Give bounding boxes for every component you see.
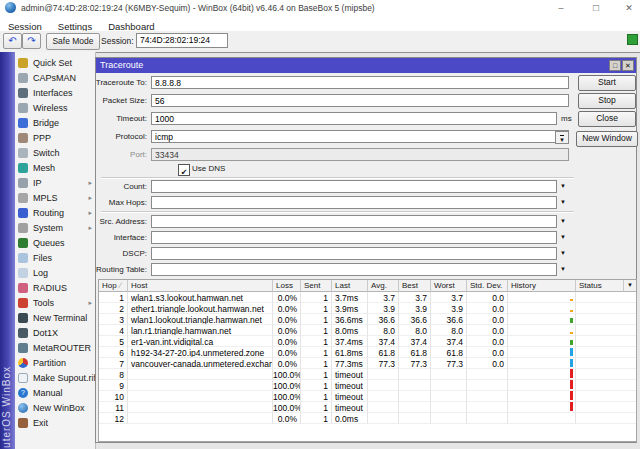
cell-avg[interactable] bbox=[368, 369, 399, 380]
undo-icon[interactable] bbox=[3, 33, 22, 49]
cell-hop[interactable]: 8 bbox=[99, 369, 128, 380]
cell-loss[interactable]: 0.0% bbox=[273, 358, 301, 369]
interface-dropdown-icon[interactable] bbox=[560, 234, 570, 240]
column-filter-dropdown-icon[interactable] bbox=[623, 280, 636, 292]
cell-stddev[interactable]: 0.0 bbox=[467, 314, 508, 325]
cell-avg[interactable] bbox=[368, 413, 399, 424]
safe-mode-button[interactable]: Safe Mode bbox=[46, 33, 100, 50]
cell-status[interactable] bbox=[576, 314, 637, 325]
cell-worst[interactable]: 3.7 bbox=[431, 292, 467, 303]
cell-last[interactable]: timeout bbox=[332, 380, 368, 391]
cell-stddev[interactable]: 0.0 bbox=[467, 303, 508, 314]
maximize-icon[interactable] bbox=[585, 2, 607, 14]
column-header-best[interactable]: Best bbox=[399, 280, 431, 292]
cell-status[interactable] bbox=[576, 402, 637, 413]
sidebar-item-new-winbox[interactable]: New WinBox bbox=[15, 401, 95, 416]
minimize-icon[interactable] bbox=[550, 2, 572, 14]
cell-sent[interactable]: 1 bbox=[301, 413, 332, 424]
traceroute-maximize-icon[interactable] bbox=[609, 60, 621, 71]
cell-status[interactable] bbox=[576, 303, 637, 314]
cell-status[interactable] bbox=[576, 325, 637, 336]
cell-status[interactable] bbox=[576, 391, 637, 402]
cell-worst[interactable]: 61.8 bbox=[431, 347, 467, 358]
cell-history[interactable] bbox=[508, 358, 576, 369]
cell-avg[interactable]: 3.9 bbox=[368, 303, 399, 314]
sidebar-item-bridge[interactable]: Bridge bbox=[15, 116, 95, 131]
column-header-hop[interactable]: Hop bbox=[99, 280, 128, 292]
cell-host[interactable]: lan.r1.triangle.hamwan.net bbox=[128, 325, 273, 336]
cell-history[interactable] bbox=[508, 347, 576, 358]
cell-last[interactable]: 8.0ms bbox=[332, 325, 368, 336]
cell-loss[interactable]: 0.0% bbox=[273, 413, 301, 424]
use-dns-checkbox[interactable] bbox=[178, 164, 190, 176]
cell-history[interactable] bbox=[508, 413, 576, 424]
cell-last[interactable]: timeout bbox=[332, 369, 368, 380]
cell-last[interactable]: 61.8ms bbox=[332, 347, 368, 358]
column-header-stddev[interactable]: Std. Dev. bbox=[467, 280, 508, 292]
cell-avg[interactable]: 37.4 bbox=[368, 336, 399, 347]
cell-sent[interactable]: 1 bbox=[301, 391, 332, 402]
column-header-worst[interactable]: Worst bbox=[431, 280, 467, 292]
src-address-input[interactable] bbox=[151, 215, 557, 228]
cell-avg[interactable]: 36.6 bbox=[368, 314, 399, 325]
cell-stddev[interactable] bbox=[467, 402, 508, 413]
cell-loss[interactable]: 100.0% bbox=[273, 380, 301, 391]
sidebar-item-metarouter[interactable]: MetaROUTER bbox=[15, 341, 95, 356]
cell-stddev[interactable] bbox=[467, 413, 508, 424]
count-input[interactable] bbox=[151, 180, 557, 193]
traceroute-close-icon[interactable] bbox=[622, 60, 634, 71]
sidebar-item-exit[interactable]: Exit bbox=[15, 416, 95, 431]
cell-hop[interactable]: 12 bbox=[99, 413, 128, 424]
column-header-loss[interactable]: Loss bbox=[273, 280, 301, 292]
cell-host[interactable] bbox=[128, 402, 273, 413]
cell-last[interactable]: timeout bbox=[332, 402, 368, 413]
cell-history[interactable] bbox=[508, 391, 576, 402]
cell-status[interactable] bbox=[576, 380, 637, 391]
cell-sent[interactable]: 1 bbox=[301, 336, 332, 347]
cell-status[interactable] bbox=[576, 358, 637, 369]
cell-stddev[interactable] bbox=[467, 380, 508, 391]
cell-hop[interactable]: 6 bbox=[99, 347, 128, 358]
cell-best[interactable]: 3.9 bbox=[399, 303, 431, 314]
sidebar-item-log[interactable]: Log bbox=[15, 266, 95, 281]
cell-last[interactable]: timeout bbox=[332, 391, 368, 402]
cell-hop[interactable]: 10 bbox=[99, 391, 128, 402]
cell-status[interactable] bbox=[576, 347, 637, 358]
column-header-host[interactable]: Host bbox=[128, 280, 273, 292]
cell-host[interactable]: wlan1.s3.lookout.hamwan.net bbox=[128, 292, 273, 303]
cell-loss[interactable]: 100.0% bbox=[273, 391, 301, 402]
sidebar-item-queues[interactable]: Queues bbox=[15, 236, 95, 251]
cell-worst[interactable] bbox=[431, 402, 467, 413]
cell-host[interactable] bbox=[128, 369, 273, 380]
column-header-last[interactable]: Last bbox=[332, 280, 368, 292]
cell-host[interactable]: ether1.triangle.lookout.hamwan.net bbox=[128, 303, 273, 314]
cell-worst[interactable] bbox=[431, 380, 467, 391]
dscp-input[interactable] bbox=[151, 247, 557, 260]
cell-host[interactable]: h192-34-27-20.ip4.unmetered.zone bbox=[128, 347, 273, 358]
cell-stddev[interactable] bbox=[467, 369, 508, 380]
cell-sent[interactable]: 1 bbox=[301, 369, 332, 380]
sidebar-item-new-terminal[interactable]: New Terminal bbox=[15, 311, 95, 326]
cell-sent[interactable]: 1 bbox=[301, 358, 332, 369]
cell-loss[interactable]: 0.0% bbox=[273, 347, 301, 358]
cell-hop[interactable]: 2 bbox=[99, 303, 128, 314]
cell-best[interactable] bbox=[399, 391, 431, 402]
cell-status[interactable] bbox=[576, 369, 637, 380]
sidebar-item-ip[interactable]: IP bbox=[15, 176, 95, 191]
cell-loss[interactable]: 0.0% bbox=[273, 314, 301, 325]
cell-hop[interactable]: 7 bbox=[99, 358, 128, 369]
sidebar-item-wireless[interactable]: Wireless bbox=[15, 101, 95, 116]
cell-history[interactable] bbox=[508, 314, 576, 325]
cell-worst[interactable]: 77.3 bbox=[431, 358, 467, 369]
cell-status[interactable] bbox=[576, 292, 637, 303]
cell-history[interactable] bbox=[508, 380, 576, 391]
cell-host[interactable] bbox=[128, 380, 273, 391]
cell-host[interactable] bbox=[128, 391, 273, 402]
cell-best[interactable] bbox=[399, 402, 431, 413]
start-button[interactable]: Start bbox=[578, 75, 636, 91]
cell-stddev[interactable]: 0.0 bbox=[467, 358, 508, 369]
cell-worst[interactable] bbox=[431, 391, 467, 402]
cell-last[interactable]: 3.7ms bbox=[332, 292, 368, 303]
cell-loss[interactable]: 0.0% bbox=[273, 292, 301, 303]
sidebar-item-mpls[interactable]: MPLS bbox=[15, 191, 95, 206]
